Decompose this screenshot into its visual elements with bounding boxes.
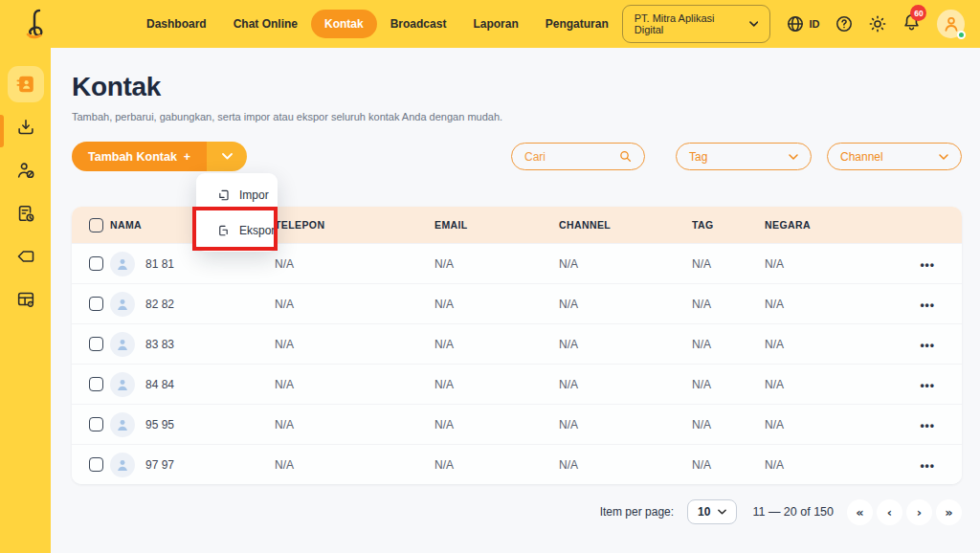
page-subtitle: Tambah, perbarui, gabungkan, serta impor… [72,111,962,122]
add-contact-dropdown-menu: Impor Ekspor [196,173,278,252]
chevron-down-icon [789,154,798,160]
row-actions-button[interactable]: ••• [920,419,935,432]
row-checkbox[interactable] [89,256,103,271]
table-settings-icon [15,289,36,310]
cell-tag: N/A [692,378,765,391]
cell-channel: N/A [559,298,692,311]
column-header-negara: NEGARA [765,219,894,231]
add-contact-button[interactable]: Tambah Kontak + [72,142,207,171]
company-selector[interactable]: PT. Mitra Aplikasi Digital [622,5,771,43]
contact-avatar [110,412,135,437]
menu-item-impor[interactable]: Impor [196,177,278,212]
search-input[interactable] [524,150,619,164]
last-page-button[interactable]: » [936,499,962,525]
cell-email: N/A [434,458,559,472]
row-checkbox[interactable] [89,417,103,431]
nav-pengaturan[interactable]: Pengaturan [532,10,622,38]
main-nav: Dashboard Chat Online Kontak Broadcast L… [133,10,622,38]
row-actions-button[interactable]: ••• [920,339,935,352]
online-status-dot [957,31,966,39]
menu-item-label: Impor [239,188,269,202]
select-all-checkbox[interactable] [89,218,103,232]
cell-negara: N/A [765,298,894,311]
row-actions-button[interactable]: ••• [920,299,935,312]
channel-filter[interactable]: Channel [827,143,962,170]
user-blocked-icon [15,160,36,181]
download-tray-icon [15,117,36,138]
plus-icon: + [184,150,190,164]
table-row: 97 97 N/A N/A N/A N/A N/A ••• [72,444,962,484]
topbar-right-controls: PT. Mitra Aplikasi Digital ID [622,5,965,43]
row-actions-button[interactable]: ••• [920,459,935,473]
table-body: 81 81 N/A N/A N/A N/A N/A ••• 82 82 N/A … [72,243,962,484]
row-actions-button[interactable]: ••• [920,258,935,272]
tag-icon [15,246,36,267]
cell-telepon: N/A [275,298,434,311]
sidebar-item-tags[interactable] [8,238,44,275]
sidebar-item-custom-fields[interactable] [8,281,44,318]
language-selector[interactable]: ID [787,15,819,33]
nav-chat-online[interactable]: Chat Online [220,10,311,38]
page-title: Kontak [72,72,962,102]
menu-item-ekspor[interactable]: Ekspor [196,212,278,248]
chevron-down-icon [939,154,948,160]
next-page-button[interactable]: › [906,499,932,525]
cell-tag: N/A [692,298,765,311]
search-icon [619,149,632,164]
cell-email: N/A [434,418,559,431]
first-page-button[interactable]: « [847,499,873,525]
nav-dashboard[interactable]: Dashboard [133,10,220,38]
sidebar-item-history[interactable] [8,195,44,232]
nav-kontak[interactable]: Kontak [311,10,377,38]
row-checkbox[interactable] [89,457,103,472]
cell-channel: N/A [559,257,692,271]
add-contact-menu-toggle[interactable] [207,142,247,171]
globe-icon [787,15,804,33]
row-checkbox[interactable] [89,297,103,311]
previous-page-button[interactable]: ‹ [877,499,902,525]
top-bar: Dashboard Chat Online Kontak Broadcast L… [0,0,980,48]
person-icon [115,297,130,312]
sidebar [0,48,51,553]
chevron-down-icon [222,153,233,160]
row-actions-button[interactable]: ••• [920,379,935,392]
column-header-telepon: TELEPON [275,219,434,231]
row-checkbox[interactable] [89,337,103,351]
cell-telepon: N/A [275,418,434,431]
contact-avatar [110,332,135,357]
cell-negara: N/A [765,418,894,431]
cell-email: N/A [434,338,559,351]
nav-laporan[interactable]: Laporan [459,10,531,38]
notifications-button[interactable]: 60 [902,12,921,35]
cell-channel: N/A [559,378,692,391]
cell-channel: N/A [559,338,692,351]
items-per-page-label: Item per page: [600,505,674,519]
sidebar-item-blocked-contacts[interactable] [8,152,44,188]
person-icon [115,457,130,473]
cell-email: N/A [434,257,559,271]
cell-tag: N/A [692,338,765,351]
export-file-icon [216,223,231,237]
column-header-email: EMAIL [434,219,559,231]
menu-item-label: Ekspor [239,224,275,237]
cell-telepon: N/A [275,378,434,391]
row-checkbox[interactable] [89,377,103,391]
sidebar-item-import[interactable] [8,109,44,145]
contact-name: 84 84 [145,378,174,391]
page-size-value: 10 [698,505,710,519]
channel-filter-label: Channel [840,150,883,164]
add-contact-split-button: Tambah Kontak + [72,142,247,171]
sidebar-item-contacts[interactable] [8,66,44,102]
user-avatar[interactable] [937,10,965,38]
theme-toggle[interactable] [869,15,886,33]
tag-filter[interactable]: Tag [676,143,812,170]
table-row: 95 95 N/A N/A N/A N/A N/A ••• [72,404,962,444]
nav-broadcast[interactable]: Broadcast [377,10,460,38]
page-size-select[interactable]: 10 [687,499,737,524]
cell-negara: N/A [765,378,894,391]
cell-negara: N/A [765,338,894,351]
search-box [511,143,645,170]
contact-book-icon [15,74,36,95]
file-clock-icon [15,203,36,224]
help-button[interactable] [835,15,853,33]
